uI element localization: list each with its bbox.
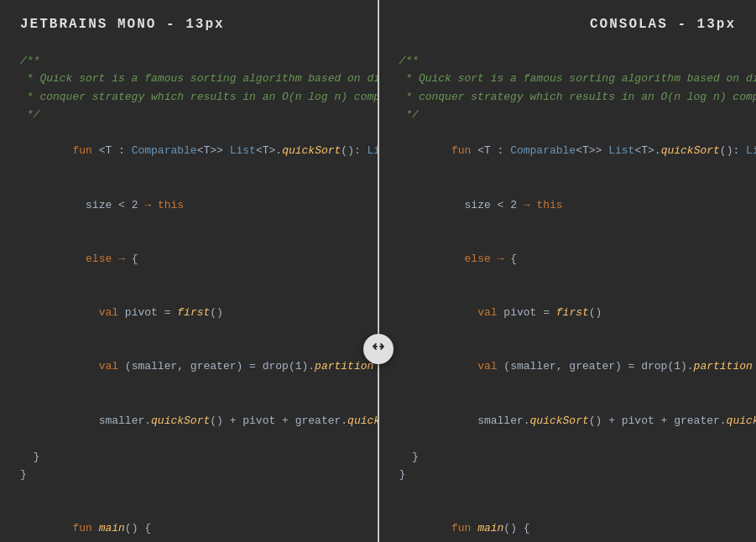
code-comment2: * Quick sort is a famous sorting algorit…	[20, 70, 357, 87]
r-line8: }	[399, 466, 737, 483]
r-line6: smaller.quickSort() + pivot + greater.qu…	[399, 393, 737, 447]
code-blank	[20, 484, 357, 502]
code-line10: fun main() {	[20, 502, 357, 542]
right-panel: CONSOLAS - 13px /** * Quick sort is a fa…	[379, 0, 757, 542]
code-line2: size < 2 → this	[20, 178, 357, 232]
r-blank	[399, 484, 737, 502]
r-line4: val pivot = first()	[399, 286, 737, 340]
r-line1: fun <T : Comparable<T>> List<T>.quickSor…	[399, 124, 737, 178]
code-line7: }	[20, 448, 357, 466]
kw-fun: fun	[72, 144, 98, 157]
code-line6: smaller.quickSort() + pivot + greater.qu…	[20, 393, 357, 447]
code-comment4: */	[20, 106, 357, 123]
list-type: List	[230, 144, 256, 157]
r-line2: size < 2 → this	[399, 178, 737, 232]
r-comment4: */	[399, 106, 737, 123]
right-code: /** * Quick sort is a famous sorting alg…	[399, 52, 737, 542]
left-header: JETBRAINS MONO - 13px	[20, 17, 357, 32]
r-comment3: * conquer strategy which results in an O…	[399, 88, 737, 106]
type-param: <T :	[99, 144, 132, 157]
code-comment1: /**	[20, 52, 357, 70]
right-header: CONSOLAS - 13px	[399, 17, 737, 32]
code-line5: val (smaller, greater) = drop(1).partiti…	[20, 340, 357, 393]
r-comment2: * Quick sort is a famous sorting algorit…	[399, 70, 737, 87]
slider-handle[interactable]	[363, 334, 394, 364]
r-line5: val (smaller, greater) = drop(1).partiti…	[399, 340, 737, 393]
r-line7: }	[399, 448, 737, 466]
r-comment1: /**	[399, 52, 737, 70]
code-line8: }	[20, 466, 357, 483]
comparison-container: JETBRAINS MONO - 13px /** * Quick sort i…	[0, 0, 756, 542]
code-line1: fun <T : Comparable<T>> List<T>.quickSor…	[20, 124, 357, 178]
quicksort-method: quickSort	[282, 144, 341, 157]
left-panel: JETBRAINS MONO - 13px /** * Quick sort i…	[0, 0, 379, 542]
left-code: /** * Quick sort is a famous sorting alg…	[20, 52, 357, 542]
r-line3: else → {	[399, 232, 737, 285]
r-line10: fun main() {	[399, 502, 737, 542]
code-comment3: * conquer strategy which results in an O…	[20, 88, 357, 106]
comparable: Comparable	[132, 144, 197, 157]
code-line4: val pivot = first()	[20, 286, 357, 340]
code-line3: else → {	[20, 232, 357, 285]
divider	[378, 0, 379, 542]
